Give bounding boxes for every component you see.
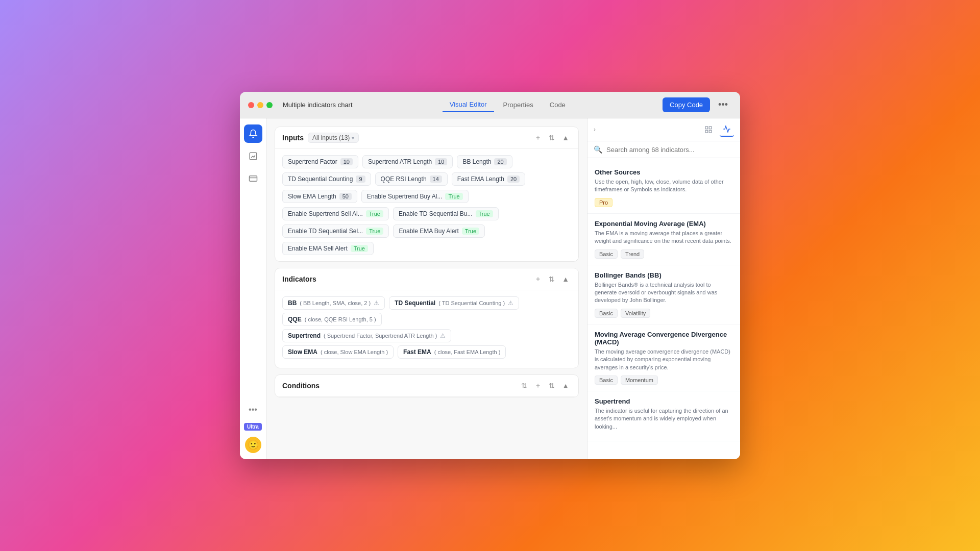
indicator-fast-ema[interactable]: Fast EMA ( close, Fast EMA Length ) [398, 345, 506, 359]
sidebar-item-bell[interactable] [244, 124, 262, 143]
minimize-button[interactable] [257, 102, 263, 108]
sort-indicators-button[interactable]: ⇅ [547, 274, 557, 284]
bb-badge-basic: Basic [595, 309, 618, 318]
indicators-row-2: QQE ( close, QQE RSI Length, 5 ) [282, 313, 571, 326]
collapse-conditions-button[interactable]: ▲ [560, 381, 571, 391]
indicator-card-bb[interactable]: Bollinger Bands (BB) Bollinger Bands® is… [587, 265, 740, 324]
indicators-row-4: Slow EMA ( close, Slow EMA Length ) Fast… [282, 345, 571, 359]
panel-expand-icon[interactable]: › [594, 126, 596, 133]
bb-tags: Basic Volatility [595, 309, 733, 318]
tag-supertrend-atr[interactable]: Supertrend ATR Length 10 [362, 155, 453, 168]
inputs-section-actions: ＋ ⇅ ▲ [532, 132, 571, 143]
indicator-card-macd[interactable]: Moving Average Convergence Divergence (M… [587, 324, 740, 391]
supertrend-desc: The indicator is useful for capturing th… [595, 407, 733, 431]
other-sources-tags: Pro [595, 198, 733, 207]
svg-rect-1 [249, 176, 257, 182]
other-sources-desc: Use the open, high, low, close, volume d… [595, 178, 733, 194]
svg-rect-4 [709, 127, 712, 129]
sidebar-item-card[interactable] [244, 169, 262, 188]
macd-badge-momentum: Momentum [621, 375, 658, 385]
bb-title: Bollinger Bands (BB) [595, 271, 733, 279]
right-tab-grid-icon[interactable] [701, 122, 716, 137]
right-tab-chart-icon[interactable] [720, 122, 734, 137]
conditions-section-actions: ⇅ ＋ ⇅ ▲ [519, 380, 571, 391]
macd-title: Moving Average Convergence Divergence (M… [595, 331, 733, 346]
indicators-row-1: BB ( BB Length, SMA, close, 2 ) ⚠ TD Seq… [282, 296, 571, 310]
tag-slow-ema-length[interactable]: Slow EMA Length 50 [282, 190, 357, 203]
tag-enable-ema-buy[interactable]: Enable EMA Buy Alert True [393, 224, 485, 238]
sidebar-item-more[interactable]: ••• [244, 400, 262, 419]
other-sources-card: Other Sources Use the open, high, low, c… [587, 162, 740, 214]
close-button[interactable] [248, 102, 254, 108]
conditions-title: Conditions [282, 382, 320, 390]
macd-desc: The moving average convergence divergenc… [595, 348, 733, 371]
tab-visual-editor[interactable]: Visual Editor [443, 97, 494, 112]
tab-code[interactable]: Code [543, 98, 573, 112]
tag-td-sequential-counting[interactable]: TD Sequential Counting 9 [282, 172, 371, 186]
left-panel: Inputs All inputs (13) ▾ ＋ ⇅ ▲ [266, 118, 587, 459]
supertrend-title: Supertrend [595, 397, 733, 405]
tag-enable-supertrend-buy[interactable]: Enable Supertrend Buy Al... True [361, 190, 469, 203]
search-input[interactable] [606, 146, 734, 154]
conditions-section-header: Conditions ⇅ ＋ ⇅ ▲ [275, 375, 578, 397]
svg-rect-6 [709, 130, 712, 133]
traffic-lights [248, 102, 273, 108]
ultra-badge: Ultra [244, 423, 262, 431]
svg-rect-5 [705, 130, 708, 133]
app-window: Multiple indicators chart Visual Editor … [240, 92, 740, 459]
add-indicator-button[interactable]: ＋ [532, 273, 544, 285]
collapse-inputs-button[interactable]: ▲ [560, 133, 571, 143]
inputs-tags-grid: Supertrend Factor 10 Supertrend ATR Leng… [282, 155, 571, 255]
search-box: 🔍 [587, 141, 740, 158]
warning-icon-3: ⚠ [440, 332, 446, 339]
add-conditions-button[interactable]: ＋ [532, 380, 544, 391]
indicator-slow-ema[interactable]: Slow EMA ( close, Slow EMA Length ) [282, 345, 394, 359]
sort-inputs-button[interactable]: ⇅ [547, 133, 557, 143]
tag-supertrend-factor[interactable]: Supertrend Factor 10 [282, 155, 358, 168]
tag-qqe-rsi-length[interactable]: QQE RSI Length 14 [375, 172, 448, 186]
sidebar-item-chart[interactable] [244, 147, 262, 165]
content-area: Inputs All inputs (13) ▾ ＋ ⇅ ▲ [266, 118, 740, 459]
other-sources-title: Other Sources [595, 168, 733, 176]
tag-enable-supertrend-sell[interactable]: Enable Supertrend Sell Al... True [282, 207, 389, 220]
tag-enable-td-sequential-sell[interactable]: Enable TD Sequential Sel... True [282, 224, 389, 238]
indicator-bb[interactable]: BB ( BB Length, SMA, close, 2 ) ⚠ [282, 296, 385, 310]
ema-badge-basic: Basic [595, 249, 618, 259]
inputs-section-header: Inputs All inputs (13) ▾ ＋ ⇅ ▲ [275, 127, 578, 149]
tag-enable-td-sequential-buy[interactable]: Enable TD Sequential Bu... True [393, 207, 499, 220]
indicator-card-supertrend[interactable]: Supertrend The indicator is useful for c… [587, 391, 740, 441]
tab-properties[interactable]: Properties [496, 98, 541, 112]
svg-rect-3 [705, 127, 708, 129]
ema-badge-trend: Trend [621, 249, 644, 259]
copy-code-button[interactable]: Copy Code [663, 97, 710, 112]
pro-badge: Pro [595, 198, 612, 207]
indicator-qqe[interactable]: QQE ( close, QQE RSI Length, 5 ) [282, 313, 382, 326]
more-options-button[interactable]: ••• [714, 97, 732, 112]
indicators-section-body: BB ( BB Length, SMA, close, 2 ) ⚠ TD Seq… [275, 290, 578, 368]
sort-conditions-button[interactable]: ⇅ [547, 381, 557, 391]
window-title: Multiple indicators chart [283, 101, 353, 109]
search-icon: 🔍 [594, 145, 602, 154]
indicator-td-sequential[interactable]: TD Sequential ( TD Sequential Counting )… [389, 296, 519, 310]
tag-bb-length[interactable]: BB Length 20 [457, 155, 512, 168]
collapse-indicators-button[interactable]: ▲ [560, 274, 571, 284]
ema-tags: Basic Trend [595, 249, 733, 259]
warning-icon-2: ⚠ [508, 299, 513, 307]
titlebar-right: Copy Code ••• [663, 97, 732, 112]
add-input-button[interactable]: ＋ [532, 132, 544, 143]
indicators-title: Indicators [282, 275, 316, 283]
maximize-button[interactable] [266, 102, 273, 108]
reorder-conditions-button[interactable]: ⇅ [519, 381, 529, 391]
all-inputs-badge[interactable]: All inputs (13) ▾ [308, 133, 359, 143]
tag-fast-ema-length[interactable]: Fast EMA Length 20 [452, 172, 525, 186]
ema-desc: The EMA is a moving average that places … [595, 230, 733, 245]
indicator-card-ema[interactable]: Exponential Moving Average (EMA) The EMA… [587, 214, 740, 265]
indicators-section: Indicators ＋ ⇅ ▲ BB ( BB Length, SMA, cl… [275, 268, 579, 368]
conditions-section: Conditions ⇅ ＋ ⇅ ▲ [275, 374, 579, 397]
tag-enable-ema-sell[interactable]: Enable EMA Sell Alert True [282, 242, 374, 255]
indicator-supertrend[interactable]: Supertrend ( Supertrend Factor, Supertre… [282, 329, 451, 342]
inputs-section: Inputs All inputs (13) ▾ ＋ ⇅ ▲ [275, 127, 579, 262]
sidebar-avatar[interactable]: 🙂 [245, 437, 261, 453]
bb-badge-volatility: Volatility [621, 309, 650, 318]
inputs-title: Inputs [282, 134, 304, 142]
